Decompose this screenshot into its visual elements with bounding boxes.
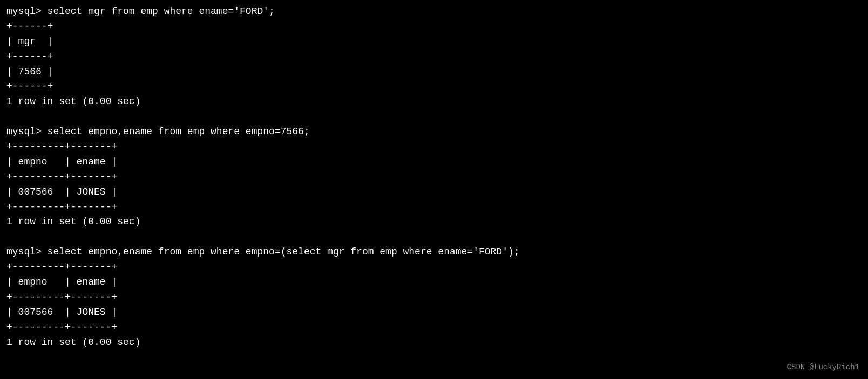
- terminal-output: mysql> select mgr from emp where ename='…: [0, 0, 868, 354]
- watermark: CSDN @LuckyRich1: [787, 362, 859, 374]
